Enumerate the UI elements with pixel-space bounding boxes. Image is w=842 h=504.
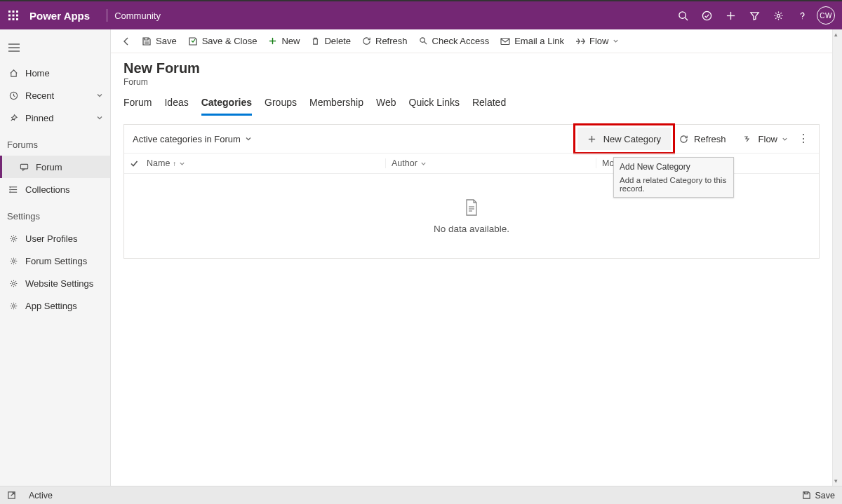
svg-line-34 <box>424 41 427 44</box>
tab-quick-links[interactable]: Quick Links <box>409 97 460 116</box>
subgrid-flow-button[interactable]: Flow <box>735 128 796 150</box>
svg-point-33 <box>420 38 425 43</box>
form-tabs: Forum Ideas Categories Groups Membership… <box>111 87 832 116</box>
svg-rect-3 <box>8 15 11 17</box>
pin-icon <box>7 114 20 123</box>
settings-icon[interactable] <box>766 1 790 30</box>
tab-groups[interactable]: Groups <box>265 97 297 116</box>
scroll-down-icon: ▾ <box>834 477 838 484</box>
save-button[interactable]: Save <box>136 29 182 53</box>
svg-rect-2 <box>16 11 18 13</box>
categories-subgrid: Active categories in Forum New Category … <box>123 124 820 259</box>
chevron-down-icon <box>96 114 103 121</box>
tab-ideas[interactable]: Ideas <box>164 97 188 116</box>
delete-button[interactable]: Delete <box>305 29 356 53</box>
page-header: New Forum Forum <box>111 53 832 87</box>
plus-icon <box>587 135 596 144</box>
refresh-icon <box>362 36 371 46</box>
chevron-down-icon <box>96 92 103 99</box>
back-button[interactable] <box>116 36 136 46</box>
view-picker[interactable]: Active categories in Forum <box>133 134 252 144</box>
tooltip-title: Add New Category <box>620 162 728 172</box>
tab-related[interactable]: Related <box>472 97 506 116</box>
tab-web[interactable]: Web <box>376 97 396 116</box>
nav-home[interactable]: Home <box>0 62 110 84</box>
new-category-tooltip: Add New Category Add a related Category … <box>613 157 734 198</box>
page-title: New Forum <box>123 60 820 76</box>
email-link-button[interactable]: Email a Link <box>495 29 570 53</box>
svg-point-26 <box>9 191 10 192</box>
record-status: Active <box>29 491 53 500</box>
search-icon[interactable] <box>671 1 695 30</box>
nav-label: Collections <box>25 184 70 195</box>
chevron-down-icon <box>613 38 619 44</box>
chevron-down-icon <box>179 161 185 167</box>
clock-icon <box>7 91 20 100</box>
refresh-button[interactable]: Refresh <box>356 29 413 53</box>
flow-button[interactable]: Flow <box>570 29 624 53</box>
global-topbar: Power Apps Community CW <box>0 0 842 29</box>
save-icon <box>802 491 811 500</box>
more-commands-button[interactable]: ⋮ <box>796 133 810 144</box>
nav-label: App Settings <box>25 301 77 311</box>
svg-point-24 <box>9 186 10 187</box>
gear-icon <box>7 279 20 288</box>
app-launcher-icon[interactable] <box>4 6 22 25</box>
svg-rect-0 <box>8 11 11 13</box>
gear-icon <box>7 234 20 243</box>
tooltip-body: Add a related Category to this record. <box>620 176 728 193</box>
svg-rect-8 <box>16 18 18 20</box>
check-access-button[interactable]: Check Access <box>413 29 495 53</box>
app-name: Power Apps <box>29 10 90 22</box>
svg-point-15 <box>801 18 802 19</box>
add-icon[interactable] <box>719 1 742 30</box>
vertical-scrollbar[interactable]: ▴ ▾ <box>832 29 842 486</box>
nav-website-settings[interactable]: Website Settings <box>0 272 110 294</box>
nav-collections[interactable]: Collections <box>0 178 110 200</box>
footer-save-button[interactable]: Save <box>802 491 836 500</box>
empty-text: No data available. <box>434 224 509 234</box>
tab-forum[interactable]: Forum <box>123 97 152 116</box>
left-nav: Home Recent Pinned Forums Forum Collecti… <box>0 29 111 486</box>
flow-icon <box>743 135 753 143</box>
form-footer: Active Save <box>0 486 842 504</box>
tab-membership[interactable]: Membership <box>309 97 363 116</box>
nav-pinned[interactable]: Pinned <box>0 107 110 129</box>
svg-line-10 <box>685 18 688 20</box>
nav-app-settings[interactable]: App Settings <box>0 294 110 317</box>
column-header-name[interactable]: Name ↑ <box>147 158 385 168</box>
entity-name: Forum <box>123 77 820 87</box>
view-name: Active categories in Forum <box>133 134 241 144</box>
nav-recent[interactable]: Recent <box>0 84 110 107</box>
nav-group-forums: Forums <box>0 133 110 156</box>
forum-icon <box>18 163 30 172</box>
assistant-icon[interactable] <box>695 1 719 30</box>
column-header-author[interactable]: Author <box>385 158 596 168</box>
new-category-button[interactable]: New Category <box>577 128 671 150</box>
select-all-checkbox[interactable] <box>130 159 138 168</box>
svg-rect-4 <box>13 15 15 17</box>
help-icon[interactable] <box>790 1 814 30</box>
nav-forum-settings[interactable]: Forum Settings <box>0 250 110 272</box>
tab-categories[interactable]: Categories <box>201 97 252 116</box>
svg-rect-5 <box>16 15 18 17</box>
avatar-initials: CW <box>817 6 835 25</box>
new-button[interactable]: New <box>262 29 305 53</box>
plus-icon <box>268 36 277 46</box>
scroll-up-icon: ▴ <box>834 31 838 38</box>
user-avatar[interactable]: CW <box>814 1 838 30</box>
nav-label: Recent <box>25 90 54 101</box>
svg-rect-6 <box>8 18 11 20</box>
environment-name[interactable]: Community <box>114 11 161 21</box>
nav-forum[interactable]: Forum <box>0 156 110 178</box>
subgrid-refresh-button[interactable]: Refresh <box>671 128 735 150</box>
filter-icon[interactable] <box>742 1 766 30</box>
nav-user-profiles[interactable]: User Profiles <box>0 227 110 250</box>
svg-point-29 <box>12 282 15 285</box>
nav-label: Forum <box>36 162 62 172</box>
svg-rect-1 <box>13 11 15 13</box>
popout-icon[interactable] <box>7 491 16 500</box>
save-close-button[interactable]: Save & Close <box>182 29 263 53</box>
list-icon <box>7 185 20 194</box>
nav-collapse-icon[interactable] <box>1 35 27 60</box>
